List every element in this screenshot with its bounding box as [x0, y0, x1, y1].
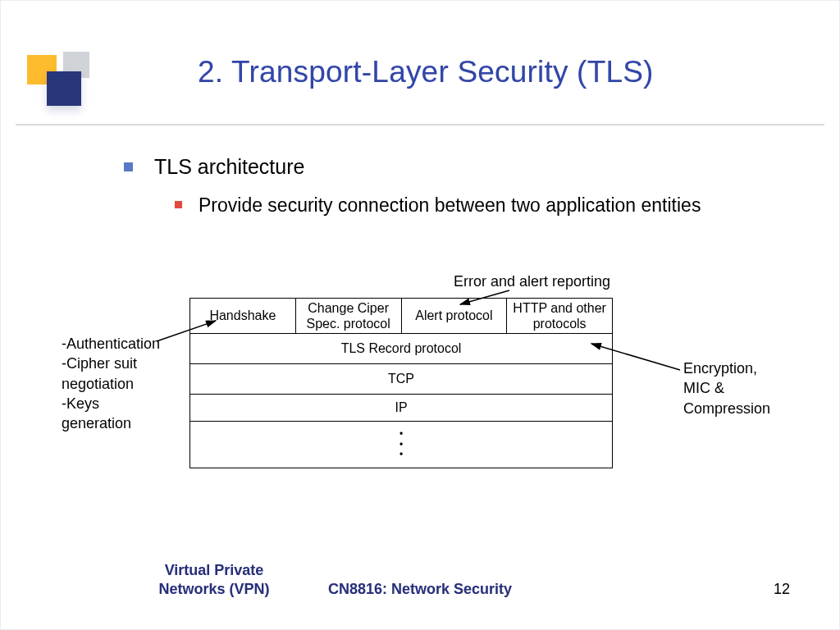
footer-page: 12 — [774, 581, 790, 598]
diagram-row-tcp: TCP — [189, 363, 613, 394]
tls-stack-diagram: Handshake Change Ciper Spec. protocol Al… — [189, 298, 613, 468]
annotation-record: Encryption, MIC & Compression — [683, 358, 815, 418]
cell-handshake: Handshake — [190, 298, 296, 333]
bullet-level2: Provide security connection between two … — [175, 193, 790, 218]
bullet2-text: Provide security connection between two … — [199, 193, 701, 218]
bullet-list: TLS architecture Provide security connec… — [124, 153, 790, 218]
diagram-row-lower: ••• — [189, 421, 613, 468]
bullet-square-icon — [175, 201, 182, 208]
cell-record: TLS Record protocol — [190, 333, 613, 363]
anno-line: Compression — [683, 399, 815, 418]
anno-line: -Authentication — [62, 334, 193, 354]
anno-line: Encryption, — [683, 358, 815, 378]
diagram-row-top: Handshake Change Ciper Spec. protocol Al… — [189, 298, 613, 333]
cell-change-cipher: Change Ciper Spec. protocol — [296, 298, 402, 333]
slide-ornament-icon — [27, 52, 93, 117]
cell-lower-layers: ••• — [190, 421, 613, 468]
anno-line: negotiation — [62, 374, 193, 394]
title-underline — [16, 124, 824, 126]
cell-tcp: TCP — [190, 363, 613, 394]
bullet1-text: TLS architecture — [154, 153, 304, 181]
bullet-level1: TLS architecture — [124, 153, 790, 181]
cell-http: HTTP and other protocols — [507, 298, 613, 333]
cell-ip: IP — [190, 394, 613, 421]
footer-center: CN8816: Network Security — [1, 581, 839, 598]
bullet-square-icon — [124, 162, 133, 171]
anno-line: -Cipher suit — [62, 354, 193, 373]
slide-title: 2. Transport-Layer Security (TLS) — [198, 55, 654, 89]
anno-line: generation — [62, 413, 193, 433]
cell-alert: Alert protocol — [402, 298, 508, 333]
anno-line: MIC & — [683, 378, 815, 398]
annotation-handshake: -Authentication -Cipher suit negotiation… — [62, 334, 193, 433]
annotation-alert: Error and alert reporting — [454, 272, 610, 291]
anno-line: -Keys — [62, 394, 193, 413]
diagram-row-record: TLS Record protocol — [189, 333, 613, 363]
vertical-ellipsis-icon: ••• — [399, 430, 403, 459]
diagram-row-ip: IP — [189, 394, 613, 421]
